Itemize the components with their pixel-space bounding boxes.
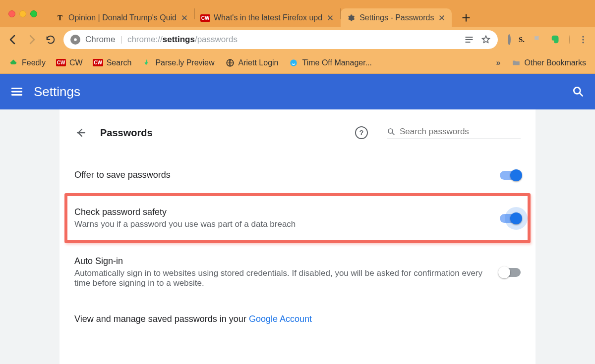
check-safety-subtitle: Warns you if a password you use was part… [74,219,490,229]
menu-icon[interactable] [10,85,24,99]
offer-save-toggle[interactable] [500,171,521,180]
titlebar: T Opinion | Donald Trump's Quid CW What'… [0,0,595,27]
app-icon [289,58,298,67]
svg-point-7 [291,59,298,66]
bookmarks-overflow-icon[interactable]: » [496,58,501,67]
url-chip-label: Chrome [85,35,115,45]
google-account-link[interactable]: Google Account [249,314,312,324]
tab-2-active[interactable]: Settings - Passwords [341,8,452,27]
tab-2-close-icon[interactable] [438,14,446,22]
cw-favicon-icon: CW [201,13,210,22]
maximize-window-button[interactable] [30,10,37,17]
bookmark-search[interactable]: CW Search [94,58,132,67]
bookmark-label: Feedly [22,58,46,67]
toolbar: Chrome | chrome://settings/passwords S. [0,27,595,52]
bookmark-cw[interactable]: CW CW [57,58,83,67]
tab-1-close-icon[interactable] [326,14,334,22]
tab-2-label: Settings - Passwords [359,13,434,22]
svg-point-2 [74,38,77,41]
site-info-icon[interactable] [70,35,80,45]
check-safety-toggle[interactable] [500,214,521,223]
close-window-button[interactable] [8,10,15,17]
bookmark-timeoff[interactable]: Time Off Manager... [289,58,372,67]
cw-icon: CW [94,58,103,67]
cw-icon: CW [57,58,65,67]
settings-header: Settings [0,74,595,109]
feedly-icon [9,58,18,67]
offer-save-passwords-row: Offer to save passwords [74,159,521,191]
url-divider: | [120,35,122,45]
bookmark-feedly[interactable]: Feedly [9,58,46,67]
reload-button[interactable] [45,34,57,46]
settings-body: Passwords ? Offer to save passwords [0,109,595,364]
passwords-card: Passwords ? Offer to save passwords [60,109,536,364]
auto-signin-title: Auto Sign-in [74,256,490,266]
other-bookmarks-button[interactable]: Other Bookmarks [512,58,586,67]
bookmark-label: CW [69,58,83,67]
page-content: Settings Passwords ? [0,74,595,364]
password-search-field[interactable] [387,127,521,139]
section-title: Passwords [100,127,342,139]
bookmarks-bar: Feedly CW CW CW Search Parse.ly Preview … [0,52,595,74]
globe-icon [226,58,235,67]
manage-text: View and manage saved passwords in your [74,314,249,324]
nyt-favicon-icon: T [56,13,64,22]
tab-strip: T Opinion | Donald Trump's Quid CW What'… [50,0,595,27]
card-header: Passwords ? [74,119,521,144]
other-bookmarks-label: Other Bookmarks [525,58,586,67]
url-text: chrome://settings/passwords [127,35,238,45]
extension-flag-icon[interactable] [533,35,542,45]
auto-signin-toggle[interactable] [500,268,521,277]
chrome-menu-icon[interactable] [578,35,588,45]
browser-window: T Opinion | Donald Trump's Quid CW What'… [0,0,595,364]
parsely-icon [142,58,151,67]
tab-0-close-icon[interactable] [180,14,188,22]
address-bar[interactable]: Chrome | chrome://settings/passwords [63,30,498,49]
back-button[interactable] [7,34,19,46]
settings-title: Settings [34,84,561,100]
settings-search-icon[interactable] [571,85,585,99]
search-icon [387,127,396,136]
bookmark-label: Search [107,58,132,67]
bookmark-label: Parse.ly Preview [155,58,214,67]
check-safety-title: Check password safety [74,207,490,217]
svg-point-5 [582,42,584,43]
back-arrow-icon[interactable] [74,126,87,139]
svg-point-4 [582,39,584,40]
bookmark-star-icon[interactable] [481,35,491,45]
new-tab-button[interactable] [457,8,476,27]
extension-2-icon[interactable]: S. [519,36,525,44]
tab-1[interactable]: CW What's in the latest Firefox upd [195,8,340,27]
svg-point-9 [388,129,393,133]
check-password-safety-row: Check password safety Warns you if a pas… [74,196,521,240]
auto-signin-row: Auto Sign-in Automatically sign in to we… [74,245,521,299]
svg-point-3 [582,36,584,38]
folder-icon [512,58,521,67]
highlighted-setting: Check password safety Warns you if a pas… [64,193,531,243]
minimize-window-button[interactable] [19,10,26,17]
reader-mode-icon[interactable] [464,35,474,45]
profile-avatar[interactable] [569,36,570,44]
tab-0-label: Opinion | Donald Trump's Quid [68,13,177,22]
auto-signin-subtitle: Automatically sign in to websites using … [74,268,490,288]
window-controls [8,10,37,17]
extension-1-icon[interactable] [508,36,511,44]
bookmark-label: Time Off Manager... [302,58,372,67]
bookmark-parsely[interactable]: Parse.ly Preview [142,58,214,67]
forward-button[interactable] [26,34,38,46]
tab-1-label: What's in the latest Firefox upd [214,13,322,22]
tab-0[interactable]: T Opinion | Donald Trump's Quid [50,8,194,27]
extension-evernote-icon[interactable] [550,34,561,45]
bookmark-ariett[interactable]: Ariett Login [226,58,279,67]
bookmark-label: Ariett Login [238,58,279,67]
help-icon[interactable]: ? [355,126,368,139]
gear-favicon-icon [347,13,356,22]
offer-save-title: Offer to save passwords [74,170,490,180]
manage-passwords-row: View and manage saved passwords in your … [74,299,521,335]
password-search-input[interactable] [400,127,521,137]
extensions-area: S. [508,34,588,45]
